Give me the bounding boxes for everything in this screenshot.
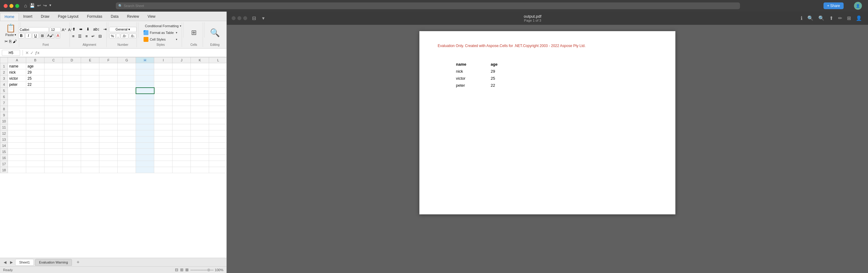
sheet-cell-L9[interactable]: [209, 112, 226, 118]
sheet-cell-J11[interactable]: [173, 124, 191, 130]
function-icon[interactable]: ƒx: [35, 50, 39, 55]
sheet-cell-A14[interactable]: [8, 143, 26, 149]
row-header[interactable]: 9: [0, 112, 8, 118]
tab-review[interactable]: Review: [123, 13, 143, 21]
sheet-cell-J5[interactable]: [173, 88, 191, 94]
sheet-cell-A17[interactable]: [8, 161, 26, 167]
sheet-cell-A7[interactable]: [8, 100, 26, 106]
sheet-cell-J8[interactable]: [173, 106, 191, 112]
sheet-cell-J10[interactable]: [173, 118, 191, 124]
row-header[interactable]: 5: [0, 88, 8, 94]
sheet-cell-A9[interactable]: [8, 112, 26, 118]
sheet-cell-E17[interactable]: [81, 161, 99, 167]
sheet-cell-H13[interactable]: [136, 136, 154, 143]
sheet-cell-L13[interactable]: [209, 136, 226, 143]
minimize-button[interactable]: [9, 4, 13, 8]
sheet-cell-B15[interactable]: [26, 149, 44, 155]
sheet-cell-E2[interactable]: [81, 69, 99, 76]
sheet-cell-B9[interactable]: [26, 112, 44, 118]
normal-view-icon[interactable]: ⊟: [175, 268, 178, 272]
sheet-cell-C4[interactable]: [44, 82, 63, 88]
redo-button[interactable]: ↪: [43, 3, 47, 8]
row-header[interactable]: 1: [0, 63, 8, 69]
sheet-cell-H8[interactable]: [136, 106, 154, 112]
sheet-cell-H12[interactable]: [136, 130, 154, 136]
sheet-cell-I9[interactable]: [154, 112, 173, 118]
tab-view[interactable]: View: [143, 13, 160, 21]
sheet-cell-D11[interactable]: [63, 124, 81, 130]
sheet-cell-G15[interactable]: [118, 149, 136, 155]
sheet-cell-J3[interactable]: [173, 76, 191, 82]
sheet-cell-C15[interactable]: [44, 149, 63, 155]
sheet-cell-B16[interactable]: [26, 155, 44, 161]
sheet-cell-E18[interactable]: [81, 167, 99, 173]
pdf-close[interactable]: [231, 16, 236, 20]
sheet-cell-K10[interactable]: [191, 118, 209, 124]
sheet-cell-I15[interactable]: [154, 149, 173, 155]
sheet-cell-A1[interactable]: name: [8, 63, 26, 69]
pdf-profile-icon[interactable]: 👤: [855, 14, 863, 22]
font-color-button[interactable]: A: [56, 33, 60, 38]
sheet-cell-H17[interactable]: [136, 161, 154, 167]
sheet-cell-C8[interactable]: [44, 106, 63, 112]
sheet-cell-A4[interactable]: peter: [8, 82, 26, 88]
sheet-cell-K15[interactable]: [191, 149, 209, 155]
sheet-cell-D13[interactable]: [63, 136, 81, 143]
sheet-cell-K2[interactable]: [191, 69, 209, 76]
sheet-cell-C10[interactable]: [44, 118, 63, 124]
sheet-cell-A12[interactable]: [8, 130, 26, 136]
align-right-button[interactable]: ≡: [84, 33, 89, 39]
sheet-cell-D4[interactable]: [63, 82, 81, 88]
row-header[interactable]: 6: [0, 94, 8, 100]
sheet-cell-H6[interactable]: [136, 94, 154, 100]
sheet-cell-D12[interactable]: [63, 130, 81, 136]
sheet-cell-B10[interactable]: [26, 118, 44, 124]
sheet-cell-K17[interactable]: [191, 161, 209, 167]
sheet-cell-F16[interactable]: [99, 155, 118, 161]
cut-icon[interactable]: ✂: [5, 39, 8, 44]
sheet-cell-G10[interactable]: [118, 118, 136, 124]
sheet-cell-E8[interactable]: [81, 106, 99, 112]
sheet-cell-G9[interactable]: [118, 112, 136, 118]
sheet-cell-K1[interactable]: [191, 63, 209, 69]
sheet-cell-K5[interactable]: [191, 88, 209, 94]
tab-insert[interactable]: Insert: [19, 13, 37, 21]
sheet-cell-J17[interactable]: [173, 161, 191, 167]
sheet-cell-L17[interactable]: [209, 161, 226, 167]
italic-button[interactable]: I: [25, 33, 31, 38]
sheet-cell-B17[interactable]: [26, 161, 44, 167]
sheet-cell-E16[interactable]: [81, 155, 99, 161]
tab-draw[interactable]: Draw: [37, 13, 54, 21]
sheet-cell-E3[interactable]: [81, 76, 99, 82]
align-middle-button[interactable]: ⬌: [78, 26, 84, 32]
sheet-cell-L3[interactable]: [209, 76, 226, 82]
sheet-cell-J12[interactable]: [173, 130, 191, 136]
sheet-cell-D18[interactable]: [63, 167, 81, 173]
tab-page-layout[interactable]: Page Layout: [54, 13, 83, 21]
sheet-cell-E1[interactable]: [81, 63, 99, 69]
font-size-inc[interactable]: A⁺: [62, 27, 67, 32]
sheet-cell-F13[interactable]: [99, 136, 118, 143]
sheet-cell-D5[interactable]: [63, 88, 81, 94]
sheet-cell-E11[interactable]: [81, 124, 99, 130]
conditional-formatting-button[interactable]: Conditional Formatting ▾: [142, 23, 179, 29]
sheet-cell-C16[interactable]: [44, 155, 63, 161]
sheet-cell-K3[interactable]: [191, 76, 209, 82]
sheet-cell-J15[interactable]: [173, 149, 191, 155]
pdf-sidebar-icon[interactable]: ⊟: [251, 14, 257, 22]
sheet-cell-B6[interactable]: [26, 94, 44, 100]
sheet-cell-B3[interactable]: 25: [26, 76, 44, 82]
sheet-cell-G1[interactable]: [118, 63, 136, 69]
sheet-cell-B12[interactable]: [26, 130, 44, 136]
pdf-maximize[interactable]: [243, 16, 247, 20]
col-header-F[interactable]: F: [99, 57, 118, 63]
sheet-cell-B5[interactable]: [26, 88, 44, 94]
sheet-cell-A18[interactable]: [8, 167, 26, 173]
sheet-cell-H7[interactable]: [136, 100, 154, 106]
sheet-cell-I5[interactable]: [154, 88, 173, 94]
sheet-cell-B14[interactable]: [26, 143, 44, 149]
pdf-annotate-icon[interactable]: ✏: [837, 14, 843, 22]
sheet-cell-L2[interactable]: [209, 69, 226, 76]
row-header[interactable]: 15: [0, 149, 8, 155]
tab-formulas[interactable]: Formulas: [83, 13, 106, 21]
